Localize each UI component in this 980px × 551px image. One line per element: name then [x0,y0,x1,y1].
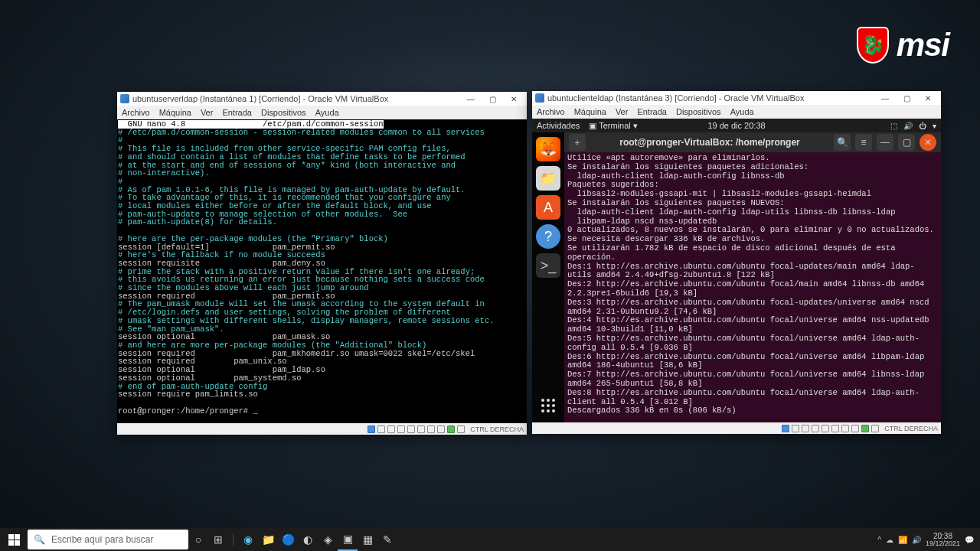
hamburger-menu[interactable]: ≡ [855,134,872,151]
minimize-button[interactable]: — [461,93,481,105]
menu-entrada[interactable]: Entrada [637,107,667,116]
shared-folder-icon [831,425,839,432]
search-icon: 🔍 [34,534,45,545]
activities-button[interactable]: Actividades [537,121,580,130]
msi-logo: 🐉 msi [857,27,949,64]
dock-terminal[interactable]: >_ [536,253,560,278]
search-placeholder: Escribe aquí para buscar [51,534,153,545]
maximize-button[interactable]: ▢ [897,92,916,104]
maximize-button[interactable]: ▢ [898,134,915,151]
menu-ayuda[interactable]: Ayuda [315,108,339,117]
power-icon: ⏻ [919,122,926,130]
menu-maquina[interactable]: Máquina [159,108,191,117]
gnome-top-bar[interactable]: Actividades ▣ Terminal ▾ 19 de dic 20:38… [532,119,941,132]
app-icon-2[interactable]: ▦ [358,528,377,551]
menu-ayuda[interactable]: Ayuda [730,107,754,116]
clock-gnome[interactable]: 19 de dic 20:38 [707,121,765,130]
cpu-icon [457,425,465,433]
display-icon [427,425,435,433]
dock-help[interactable]: ? [536,224,560,249]
recording-icon [851,425,859,432]
menu-dispositivos[interactable]: Dispositivos [676,107,721,116]
network-tray-icon[interactable]: 📶 [898,536,907,544]
menu-archivo[interactable]: Archivo [122,108,150,117]
window-title: ubuntuserverldap (Instantánea 1) [Corrie… [132,94,388,103]
optical-icon [377,425,385,433]
menu-archivo[interactable]: Archivo [537,107,565,116]
cortana-button[interactable]: ○ [188,528,208,551]
file-explorer-icon[interactable]: 📁 [258,528,278,551]
minimize-button[interactable]: — [877,134,893,151]
edge-icon[interactable]: ◉ [238,528,258,551]
hdd-icon [782,425,789,432]
network-icon [812,425,819,432]
titlebar-left[interactable]: ubuntuserverldap (Instantánea 1) [Corrie… [117,92,527,106]
svg-rect-2 [8,540,14,546]
menu-dispositivos[interactable]: Dispositivos [261,108,306,117]
cpu-icon [871,425,879,432]
app-menu-label: Terminal ▾ [599,121,638,130]
search-button[interactable]: 🔍 [834,134,851,151]
titlebar-right[interactable]: ubuntuclienteldap (Instantánea 3) [Corri… [532,91,941,105]
dock-software[interactable]: A [536,195,560,220]
gnome-terminal-window[interactable]: ＋ root@pronger-VirtualBox: /home/pronger… [564,132,941,422]
minimize-button[interactable]: — [875,92,895,104]
taskbar-clock[interactable]: 20:38 19/12/2021 [926,533,960,547]
clock-time: 20:38 [926,533,960,540]
audio-icon [387,425,395,433]
volume-tray-icon[interactable]: 🔊 [912,536,921,544]
maximize-button[interactable]: ▢ [482,93,502,105]
menu-ver[interactable]: Ver [616,107,629,116]
dock-firefox[interactable]: 🦊 [536,137,560,161]
audio-icon [802,425,809,432]
vm-screen-left[interactable]: GNU nano 4.8 /etc/pam.d/common-session #… [117,119,527,423]
console-output[interactable]: GNU nano 4.8 /etc/pam.d/common-session #… [117,119,527,423]
svg-rect-3 [15,540,20,546]
menubar-left[interactable]: Archivo Máquina Ver Entrada Dispositivos… [117,106,527,119]
steam-icon[interactable]: ◐ [298,528,318,551]
close-button[interactable]: ✕ [920,134,936,151]
window-title: ubuntuclienteldap (Instantánea 3) [Corri… [547,93,804,103]
vm-state-icon [861,425,869,432]
search-input[interactable]: 🔍 Escribe aquí para buscar [28,530,188,549]
app-icon-3[interactable]: ✎ [377,528,397,551]
close-button[interactable]: ✕ [504,93,524,105]
menu-entrada[interactable]: Entrada [222,108,252,117]
close-button[interactable]: ✕ [918,92,938,104]
optical-icon [792,425,799,432]
volume-icon: 🔊 [903,122,913,130]
system-tray[interactable]: ^ ☁ 📶 🔊 20:38 19/12/2021 💬 [877,533,980,547]
new-tab-button[interactable]: ＋ [569,134,586,151]
app-icon-1[interactable]: ◈ [318,528,338,551]
app-menu[interactable]: ▣ Terminal ▾ [589,121,637,131]
menubar-right[interactable]: Archivo Máquina Ver Entrada Dispositivos… [532,105,941,119]
statusbar-right: CTRL DERECHA [532,422,941,434]
tray-chevron-up-icon[interactable]: ^ [877,536,881,544]
status-area[interactable]: ⬚ 🔊 ⏻ ▾ [890,122,936,130]
chrome-icon[interactable]: 🔵 [278,528,298,551]
dock-files[interactable]: 📁 [536,166,560,191]
windows-icon [8,534,20,546]
vm-screen-right[interactable]: Actividades ▣ Terminal ▾ 19 de dic 20:38… [532,119,941,422]
vm-window-server[interactable]: ubuntuserverldap (Instantánea 1) [Corrie… [117,92,527,435]
start-button[interactable] [0,528,28,551]
network-icon [397,425,405,433]
svg-rect-1 [15,534,20,540]
tray-icon[interactable]: ☁ [886,536,893,544]
virtualbox-icon [535,93,544,103]
virtualbox-task[interactable]: ▣ [338,528,358,551]
clock-date: 19/12/2021 [926,540,960,547]
hdd-icon [368,425,375,433]
terminal-headerbar[interactable]: ＋ root@pronger-VirtualBox: /home/pronger… [564,132,941,152]
terminal-output[interactable]: Utilice «apt autoremove» para eliminarlo… [564,152,941,422]
menu-ver[interactable]: Ver [201,108,214,117]
vm-window-client[interactable]: ubuntuclienteldap (Instantánea 3) [Corri… [532,91,941,434]
svg-rect-0 [8,534,14,540]
windows-taskbar[interactable]: 🔍 Escribe aquí para buscar ○ ⊞ ◉ 📁 🔵 ◐ ◈… [0,528,980,551]
menu-maquina[interactable]: Máquina [574,107,606,116]
task-view-button[interactable]: ⊞ [208,528,228,551]
notifications-button[interactable]: 💬 [965,536,974,544]
usb-icon [407,425,415,433]
gnome-dock[interactable]: 🦊 📁 A ? >_ [532,132,564,422]
dock-show-apps[interactable] [536,393,560,418]
